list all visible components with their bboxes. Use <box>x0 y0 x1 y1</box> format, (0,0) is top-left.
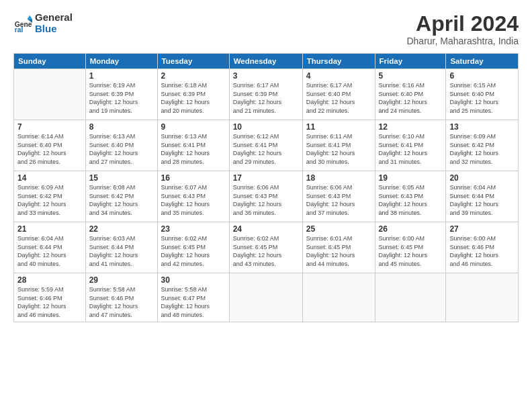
day-info: Sunrise: 6:19 AMSunset: 6:39 PMDaylight:… <box>89 81 154 115</box>
day-number: 20 <box>449 173 515 183</box>
day-number: 8 <box>89 122 154 132</box>
day-info: Sunrise: 6:10 AMSunset: 6:41 PMDaylight:… <box>379 132 443 166</box>
day-number: 13 <box>449 122 515 132</box>
day-number: 18 <box>306 173 371 183</box>
day-info: Sunrise: 6:16 AMSunset: 6:40 PMDaylight:… <box>379 81 443 115</box>
day-info: Sunrise: 6:08 AMSunset: 6:42 PMDaylight:… <box>89 183 154 217</box>
day-info: Sunrise: 6:09 AMSunset: 6:42 PMDaylight:… <box>17 183 82 217</box>
table-row: 1Sunrise: 6:19 AMSunset: 6:39 PMDaylight… <box>85 69 157 120</box>
day-info: Sunrise: 6:11 AMSunset: 6:41 PMDaylight:… <box>306 132 371 166</box>
day-info: Sunrise: 5:58 AMSunset: 6:47 PMDaylight:… <box>161 285 226 319</box>
table-row: 29Sunrise: 5:58 AMSunset: 6:46 PMDayligh… <box>85 273 157 322</box>
calendar-table: Sunday Monday Tuesday Wednesday Thursday… <box>13 53 519 322</box>
day-number: 3 <box>233 71 299 81</box>
day-info: Sunrise: 6:00 AMSunset: 6:46 PMDaylight:… <box>449 234 515 268</box>
day-info: Sunrise: 6:14 AMSunset: 6:40 PMDaylight:… <box>17 132 82 166</box>
day-number: 25 <box>306 224 371 234</box>
table-row: 10Sunrise: 6:12 AMSunset: 6:41 PMDayligh… <box>229 120 302 171</box>
logo-blue-text: Blue <box>35 24 73 35</box>
day-number: 15 <box>89 173 154 183</box>
logo-icon: Gene ral <box>13 14 32 33</box>
day-info: Sunrise: 6:00 AMSunset: 6:45 PMDaylight:… <box>379 234 443 268</box>
day-info: Sunrise: 6:15 AMSunset: 6:40 PMDaylight:… <box>449 81 515 115</box>
day-number: 12 <box>379 122 443 132</box>
calendar-header-row: Sunday Monday Tuesday Wednesday Thursday… <box>14 54 519 69</box>
page-header: Gene ral General Blue April 2024 Dharur,… <box>13 12 519 46</box>
day-info: Sunrise: 6:13 AMSunset: 6:41 PMDaylight:… <box>161 132 226 166</box>
table-row <box>302 273 375 322</box>
day-number: 2 <box>161 71 226 81</box>
col-tuesday: Tuesday <box>157 54 229 69</box>
table-row: 21Sunrise: 6:04 AMSunset: 6:44 PMDayligh… <box>14 222 86 273</box>
table-row: 27Sunrise: 6:00 AMSunset: 6:46 PMDayligh… <box>446 222 519 273</box>
day-number: 28 <box>17 275 82 285</box>
table-row: 13Sunrise: 6:09 AMSunset: 6:42 PMDayligh… <box>446 120 519 171</box>
day-info: Sunrise: 6:02 AMSunset: 6:45 PMDaylight:… <box>161 234 226 268</box>
col-friday: Friday <box>375 54 446 69</box>
day-info: Sunrise: 6:18 AMSunset: 6:39 PMDaylight:… <box>161 81 226 115</box>
table-row <box>375 273 446 322</box>
day-info: Sunrise: 6:03 AMSunset: 6:44 PMDaylight:… <box>89 234 154 268</box>
col-sunday: Sunday <box>14 54 86 69</box>
day-info: Sunrise: 6:17 AMSunset: 6:40 PMDaylight:… <box>306 81 371 115</box>
table-row: 17Sunrise: 6:06 AMSunset: 6:43 PMDayligh… <box>229 171 302 222</box>
table-row: 7Sunrise: 6:14 AMSunset: 6:40 PMDaylight… <box>14 120 86 171</box>
day-info: Sunrise: 6:04 AMSunset: 6:44 PMDaylight:… <box>449 183 515 217</box>
table-row: 16Sunrise: 6:07 AMSunset: 6:43 PMDayligh… <box>157 171 229 222</box>
day-number: 27 <box>449 224 515 234</box>
table-row: 30Sunrise: 5:58 AMSunset: 6:47 PMDayligh… <box>157 273 229 322</box>
svg-marker-2 <box>28 15 32 19</box>
day-number: 30 <box>161 275 226 285</box>
day-info: Sunrise: 6:06 AMSunset: 6:43 PMDaylight:… <box>306 183 371 217</box>
day-number: 7 <box>17 122 82 132</box>
table-row: 2Sunrise: 6:18 AMSunset: 6:39 PMDaylight… <box>157 69 229 120</box>
day-info: Sunrise: 6:07 AMSunset: 6:43 PMDaylight:… <box>161 183 226 217</box>
col-saturday: Saturday <box>446 54 519 69</box>
table-row: 6Sunrise: 6:15 AMSunset: 6:40 PMDaylight… <box>446 69 519 120</box>
day-info: Sunrise: 5:58 AMSunset: 6:46 PMDaylight:… <box>89 285 154 319</box>
day-info: Sunrise: 6:09 AMSunset: 6:42 PMDaylight:… <box>449 132 515 166</box>
day-number: 1 <box>89 71 154 81</box>
table-row: 4Sunrise: 6:17 AMSunset: 6:40 PMDaylight… <box>302 69 375 120</box>
table-row: 11Sunrise: 6:11 AMSunset: 6:41 PMDayligh… <box>302 120 375 171</box>
col-thursday: Thursday <box>302 54 375 69</box>
day-info: Sunrise: 6:17 AMSunset: 6:39 PMDaylight:… <box>233 81 299 115</box>
calendar-location: Dharur, Maharashtra, India <box>406 36 519 46</box>
day-number: 29 <box>89 275 154 285</box>
day-number: 9 <box>161 122 226 132</box>
table-row: 18Sunrise: 6:06 AMSunset: 6:43 PMDayligh… <box>302 171 375 222</box>
table-row: 20Sunrise: 6:04 AMSunset: 6:44 PMDayligh… <box>446 171 519 222</box>
table-row: 3Sunrise: 6:17 AMSunset: 6:39 PMDaylight… <box>229 69 302 120</box>
col-wednesday: Wednesday <box>229 54 302 69</box>
day-number: 17 <box>233 173 299 183</box>
day-info: Sunrise: 6:06 AMSunset: 6:43 PMDaylight:… <box>233 183 299 217</box>
table-row <box>446 273 519 322</box>
col-monday: Monday <box>85 54 157 69</box>
day-number: 24 <box>233 224 299 234</box>
day-number: 6 <box>449 71 515 81</box>
table-row: 24Sunrise: 6:02 AMSunset: 6:45 PMDayligh… <box>229 222 302 273</box>
day-number: 23 <box>161 224 226 234</box>
svg-text:ral: ral <box>15 26 24 33</box>
table-row: 23Sunrise: 6:02 AMSunset: 6:45 PMDayligh… <box>157 222 229 273</box>
day-number: 21 <box>17 224 82 234</box>
day-info: Sunrise: 6:04 AMSunset: 6:44 PMDaylight:… <box>17 234 82 268</box>
day-info: Sunrise: 6:12 AMSunset: 6:41 PMDaylight:… <box>233 132 299 166</box>
table-row: 15Sunrise: 6:08 AMSunset: 6:42 PMDayligh… <box>85 171 157 222</box>
table-row: 5Sunrise: 6:16 AMSunset: 6:40 PMDaylight… <box>375 69 446 120</box>
table-row: 19Sunrise: 6:05 AMSunset: 6:43 PMDayligh… <box>375 171 446 222</box>
table-row <box>14 69 86 120</box>
table-row <box>229 273 302 322</box>
day-number: 26 <box>379 224 443 234</box>
table-row: 26Sunrise: 6:00 AMSunset: 6:45 PMDayligh… <box>375 222 446 273</box>
table-row: 22Sunrise: 6:03 AMSunset: 6:44 PMDayligh… <box>85 222 157 273</box>
day-number: 11 <box>306 122 371 132</box>
logo: Gene ral General Blue <box>13 12 73 34</box>
day-number: 16 <box>161 173 226 183</box>
day-number: 4 <box>306 71 371 81</box>
day-number: 22 <box>89 224 154 234</box>
day-info: Sunrise: 6:02 AMSunset: 6:45 PMDaylight:… <box>233 234 299 268</box>
day-number: 19 <box>379 173 443 183</box>
day-number: 14 <box>17 173 82 183</box>
table-row: 12Sunrise: 6:10 AMSunset: 6:41 PMDayligh… <box>375 120 446 171</box>
